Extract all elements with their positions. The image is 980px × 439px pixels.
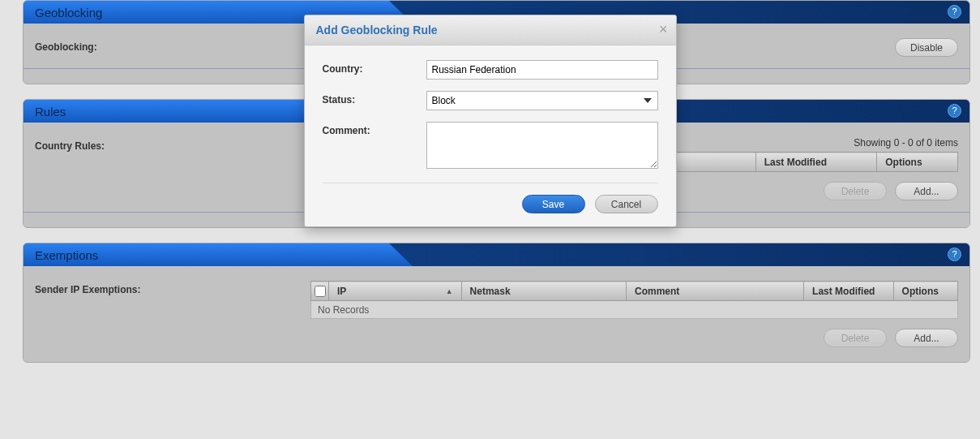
status-label: Status: [323, 91, 426, 105]
modal-overlay: Add Geoblocking Rule × Country: Status: … [0, 0, 980, 439]
modal-header: Add Geoblocking Rule × [305, 15, 676, 45]
comment-label: Comment: [323, 122, 426, 136]
country-label: Country: [323, 60, 426, 75]
add-geoblocking-rule-dialog: Add Geoblocking Rule × Country: Status: … [304, 15, 677, 227]
country-input[interactable] [426, 60, 658, 80]
save-button[interactable]: Save [522, 195, 585, 213]
status-select[interactable]: Block [426, 91, 658, 110]
modal-title: Add Geoblocking Rule [316, 24, 438, 37]
comment-textarea[interactable] [426, 122, 658, 169]
close-icon[interactable]: × [659, 22, 668, 37]
cancel-button[interactable]: Cancel [595, 195, 658, 213]
